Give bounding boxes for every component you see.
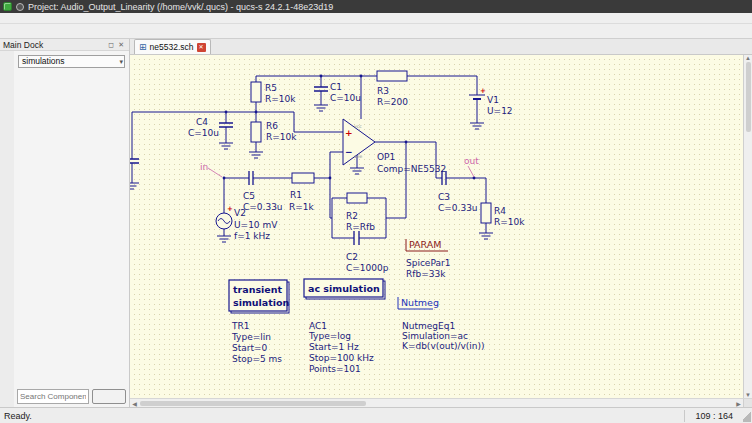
horizontal-scroll-thumb[interactable] (140, 401, 366, 406)
dock-tab-strip (0, 51, 14, 407)
svg-text:Rfb=33k: Rfb=33k (406, 269, 446, 279)
svg-text:simulation: simulation (233, 297, 290, 308)
svg-text:Stop=5 ms: Stop=5 ms (232, 354, 282, 364)
v2-plus-mark: + (227, 205, 233, 213)
vertical-scroll-thumb[interactable] (746, 62, 751, 132)
search-components-input[interactable] (17, 389, 89, 404)
capacitor-c4-symbol (219, 123, 233, 127)
svg-text:V1: V1 (487, 95, 499, 105)
svg-text:R=10k: R=10k (265, 94, 296, 104)
spice-param-block[interactable]: PARAM SpicePar1 Rfb=33k (406, 239, 450, 279)
dock-close-icon[interactable]: ✕ (116, 41, 126, 49)
ac-simulation-block[interactable]: ac simulation AC1 Type=log Start=1 Hz St… (304, 279, 385, 374)
svg-text:Points=101: Points=101 (309, 364, 361, 374)
nutmeg-equation-block[interactable]: Nutmeg NutmegEq1 Simulation=ac K=db(v(ou… (398, 297, 485, 351)
net-label-in: in (200, 162, 208, 172)
svg-text:R=200: R=200 (377, 97, 408, 107)
svg-text:C=0.33u: C=0.33u (243, 202, 283, 212)
opamp-inverting-input: − (345, 147, 353, 157)
clear-search-button[interactable] (92, 389, 126, 404)
menu-bar (0, 13, 752, 24)
toolbar (0, 24, 752, 39)
svg-text:SpicePar1: SpicePar1 (406, 258, 450, 268)
transient-simulation-block[interactable]: transient simulation TR1 Type=lin Start=… (229, 280, 290, 364)
capacitor-edge-symbol (130, 159, 139, 163)
title-bar[interactable]: Project: Audio_Output_Linearity (/home/v… (0, 0, 752, 13)
resize-grip[interactable] (743, 410, 751, 422)
components-panel: simulations▾ (14, 51, 129, 407)
vertical-scrollbar[interactable]: ▲ ▼ (743, 55, 752, 398)
svg-text:C5: C5 (243, 191, 255, 201)
scroll-up-icon[interactable]: ▲ (745, 55, 751, 61)
svg-text:AC1: AC1 (309, 321, 327, 331)
schematic-file-icon: ⊞ (139, 43, 147, 52)
net-label-out: out (464, 156, 479, 166)
opamp-noninverting-input: + (345, 128, 353, 138)
schematic-canvas[interactable]: + + + − vcc vee R5R=10k R6R=10k C4C=10u … (130, 55, 743, 398)
svg-text:Type=lin: Type=lin (231, 332, 271, 342)
svg-text:f=1 kHz: f=1 kHz (234, 231, 270, 241)
svg-text:C=10u: C=10u (330, 93, 361, 103)
resistor-r5-symbol (251, 82, 261, 102)
svg-text:R=10k: R=10k (266, 132, 297, 142)
capacitor-c1-symbol (314, 87, 328, 91)
svg-text:R=Rfb: R=Rfb (346, 222, 375, 232)
svg-text:C4: C4 (196, 117, 208, 127)
schematic-drawing: + + + − vcc vee R5R=10k R6R=10k C4C=10u … (130, 55, 743, 398)
svg-text:R5: R5 (265, 83, 277, 93)
svg-text:K=db(v(out)/v(in)): K=db(v(out)/v(in)) (402, 341, 485, 351)
svg-text:U=12: U=12 (487, 106, 513, 116)
application-window: Project: Audio_Output_Linearity (/home/v… (0, 0, 752, 423)
dock-header: Main Dock ◻ ✕ (0, 39, 129, 51)
tab-close-icon[interactable]: ✕ (197, 43, 206, 52)
schematic-wires[interactable] (132, 76, 486, 238)
horizontal-scrollbar[interactable]: ◀ ▶ (130, 398, 752, 407)
app-menu-icon[interactable] (16, 3, 24, 11)
svg-text:R3: R3 (377, 86, 389, 96)
resistor-r1-symbol (292, 173, 314, 183)
svg-text:C3: C3 (438, 192, 450, 202)
main-dock: Main Dock ◻ ✕ simulations▾ (0, 39, 130, 407)
tab-ne5532-sch[interactable]: ⊞ ne5532.sch ✕ (134, 39, 211, 54)
document-tab-bar: ⊞ ne5532.sch ✕ (130, 39, 752, 55)
dock-float-icon[interactable]: ◻ (106, 41, 116, 49)
svg-text:R1: R1 (290, 190, 302, 200)
opamp-vee-pin-label: vee (354, 154, 362, 159)
svg-text:TR1: TR1 (231, 321, 249, 331)
svg-text:R2: R2 (346, 211, 358, 221)
svg-text:V2: V2 (234, 208, 246, 218)
svg-text:U=10 mV: U=10 mV (234, 220, 278, 230)
resistor-r2-symbol (347, 193, 367, 203)
svg-text:C=1000p: C=1000p (346, 263, 389, 273)
opamp-vcc-pin-label: vcc (354, 124, 362, 129)
svg-text:Stop=100 kHz: Stop=100 kHz (309, 353, 374, 363)
svg-text:R=10k: R=10k (494, 217, 525, 227)
scroll-right-icon[interactable]: ▶ (734, 400, 743, 407)
svg-text:R=1k: R=1k (289, 202, 315, 212)
document-tab-label: ne5532.sch (150, 42, 194, 52)
resistor-r3-symbol (377, 71, 407, 81)
svg-text:R4: R4 (494, 206, 506, 216)
svg-text:NutmegEq1: NutmegEq1 (402, 321, 455, 331)
component-category-select[interactable]: simulations▾ (18, 55, 125, 68)
svg-text:Comp=NE5532: Comp=NE5532 (377, 164, 446, 174)
svg-text:R6: R6 (266, 121, 278, 131)
svg-text:Start=1 Hz: Start=1 Hz (309, 342, 359, 352)
resistor-r4-symbol (481, 203, 491, 223)
svg-text:transient: transient (233, 284, 283, 295)
svg-text:Start=0: Start=0 (232, 343, 268, 353)
svg-text:OP1: OP1 (377, 152, 395, 162)
schematic-symbols[interactable] (130, 71, 491, 245)
cursor-coordinates: 109 : 164 (684, 410, 743, 422)
svg-text:C2: C2 (346, 252, 358, 262)
v1-plus-mark: + (480, 87, 486, 95)
window-title: Project: Audio_Output_Linearity (/home/v… (28, 2, 333, 12)
scroll-left-icon[interactable]: ◀ (130, 400, 139, 407)
svg-text:PARAM: PARAM (409, 239, 442, 250)
dock-title: Main Dock (3, 40, 43, 50)
app-icon (3, 2, 12, 11)
svg-text:ac simulation: ac simulation (308, 283, 380, 294)
svg-text:C=10u: C=10u (188, 128, 219, 138)
svg-text:C=0.33u: C=0.33u (438, 203, 478, 213)
status-message: Ready. (0, 411, 32, 421)
